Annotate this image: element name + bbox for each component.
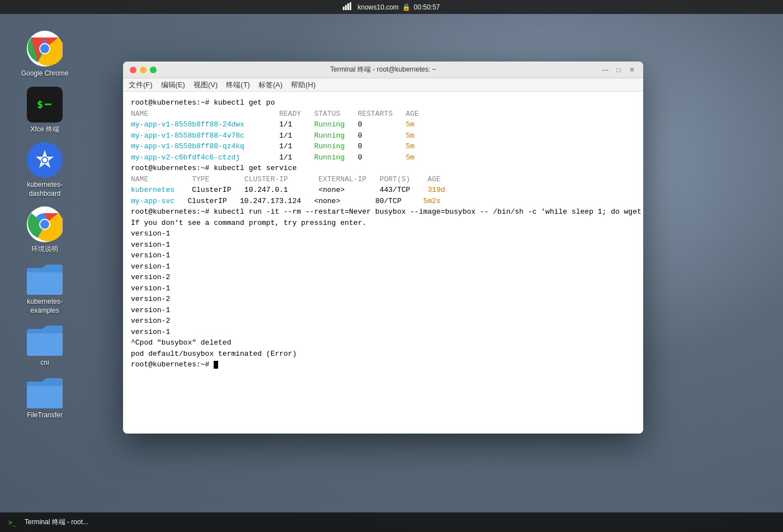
pod-3: my-app-v1-8558b8ff88-qz4kq 1/1 Running 0… — [131, 141, 635, 152]
cmd-line-3: root@kubernetes:~# kubectl run -it --rm … — [131, 206, 635, 218]
version-out-3: version-1 — [131, 250, 635, 261]
header-svc: NAME TYPE CLUSTER-IP EXTERNAL-IP PORT(S)… — [131, 174, 635, 185]
svg-rect-3 — [350, 2, 351, 10]
menu-bar-title: knows10.com 🔒 00:50:57 — [343, 2, 440, 12]
menu-view[interactable]: 视图(V) — [194, 80, 218, 90]
filetransfer-label: FileTransfer — [27, 411, 63, 420]
desktop-icon-cni[interactable]: cni — [11, 323, 78, 368]
cmd-line-1: root@kubernetes:~# kubectl get po — [131, 97, 635, 109]
version-out-4: version-1 — [131, 261, 635, 272]
k8s-examples-label: kubernetes-examples — [27, 298, 62, 315]
cursor — [214, 361, 218, 369]
maximize-ctrl[interactable]: □ — [614, 65, 623, 74]
taskbar-icon-label: >_ — [8, 519, 16, 526]
window-title: Terminal 终端 - root@kubernetes: ~ — [330, 65, 436, 74]
svc-2: my-app-svc ClusterIP 10.247.173.124 <non… — [131, 196, 635, 207]
minimize-ctrl[interactable]: — — [601, 65, 610, 74]
lock-icon: 🔒 — [402, 3, 411, 11]
timer: 00:50:57 — [414, 3, 440, 11]
svg-rect-2 — [347, 3, 349, 10]
xfce-terminal-label: Xfce 终端 — [30, 125, 59, 134]
terminal-icon-svg: $ — [34, 93, 56, 116]
version-out-10: version-1 — [131, 327, 635, 338]
cni-label: cni — [40, 359, 49, 368]
version-out-5: version-2 — [131, 272, 635, 283]
pod-deleted: ^Cpod "busybox" deleted — [131, 337, 635, 349]
svc-1: kubernetes ClusterIP 10.247.0.1 <none> 4… — [131, 185, 635, 196]
folder-filetransfer-icon — [27, 376, 63, 408]
svg-point-18 — [40, 220, 49, 229]
cmd-line-2: root@kubernetes:~# kubectl get service — [131, 163, 635, 174]
svg-rect-10 — [45, 103, 51, 105]
titlebar-controls: — □ ✕ — [601, 65, 636, 74]
pod-2: my-app-v1-8558b8ff88-4v78c 1/1 Running 0… — [131, 130, 635, 142]
kubernetes-label: kubernetes-dashboard — [27, 181, 62, 198]
signal-icon — [343, 2, 354, 12]
folder-cni-icon — [27, 323, 63, 356]
menu-tabs[interactable]: 标签(A) — [258, 80, 282, 90]
folder-k8s-examples-icon — [27, 262, 63, 295]
pod-1: my-app-v1-8558b8ff88-24dwx 1/1 Running 0… — [131, 119, 635, 130]
environment-icon — [27, 206, 63, 242]
svg-text:$: $ — [37, 98, 43, 110]
version-out-8: version-1 — [131, 305, 635, 316]
svg-rect-0 — [343, 7, 345, 10]
terminal-window: Terminal 终端 - root@kubernetes: ~ — □ ✕ 文… — [123, 62, 643, 434]
version-out-7: version-2 — [131, 294, 635, 305]
xfce-terminal-icon: $ — [27, 87, 63, 123]
chrome-icon — [27, 31, 63, 67]
taskbar: >_ Terminal 终端 - root... — [0, 512, 783, 532]
version-out-2: version-1 — [131, 239, 635, 251]
close-button[interactable] — [130, 67, 136, 73]
svg-point-14 — [43, 158, 47, 162]
menu-edit[interactable]: 编辑(E) — [161, 80, 185, 90]
final-prompt: root@kubernetes:~# — [131, 359, 635, 370]
environment-label: 环境说明 — [31, 245, 58, 254]
desktop-icon-google-chrome[interactable]: Google Chrome — [11, 31, 78, 78]
desktop-icon-k8s-examples[interactable]: kubernetes-examples — [11, 262, 78, 315]
header-po: NAME READY STATUS RESTARTS AGE — [131, 109, 635, 120]
site-title: knows10.com — [357, 3, 398, 11]
titlebar-buttons — [130, 67, 157, 73]
pod-terminated: pod default/busybox terminated (Error) — [131, 349, 635, 360]
desktop-icon-filetransfer[interactable]: FileTransfer — [11, 376, 78, 420]
desktop-icon-xfce-terminal[interactable]: $ Xfce 终端 — [11, 87, 78, 134]
menu-file[interactable]: 文件(F) — [129, 80, 153, 90]
prompt-hint: If you don't see a command prompt, try p… — [131, 218, 635, 229]
taskbar-terminal-label: Terminal 终端 - root... — [25, 517, 88, 527]
desktop-icon-kubernetes[interactable]: kubernetes-dashboard — [11, 142, 78, 198]
minimize-button[interactable] — [140, 67, 147, 73]
desktop-icon-environment[interactable]: 环境说明 — [11, 206, 78, 254]
menu-bar: knows10.com 🔒 00:50:57 — [0, 0, 783, 14]
taskbar-terminal-icon[interactable]: >_ — [6, 516, 19, 529]
menu-terminal[interactable]: 终端(T) — [226, 80, 250, 90]
pod-4: my-app-v2-c6bfdf4c6-ctzdj 1/1 Running 0 … — [131, 152, 635, 163]
terminal-content[interactable]: root@kubernetes:~# kubectl get po NAME R… — [123, 92, 643, 434]
svg-point-7 — [40, 44, 49, 53]
version-out-6: version-1 — [131, 283, 635, 294]
version-out-9: version-2 — [131, 316, 635, 327]
terminal-titlebar: Terminal 终端 - root@kubernetes: ~ — □ ✕ — [123, 62, 643, 78]
desktop-icons: Google Chrome $ Xfce 终端 kubernetes-dashb… — [0, 14, 89, 512]
terminal-menu: 文件(F) 编辑(E) 视图(V) 终端(T) 标签(A) 帮助(H) — [123, 78, 643, 92]
close-ctrl[interactable]: ✕ — [628, 65, 636, 74]
maximize-button[interactable] — [150, 67, 157, 73]
version-out-1: version-1 — [131, 228, 635, 239]
menu-help[interactable]: 帮助(H) — [291, 80, 315, 90]
chrome-label: Google Chrome — [21, 69, 69, 78]
svg-rect-1 — [345, 5, 347, 10]
k8s-icon — [27, 142, 63, 178]
